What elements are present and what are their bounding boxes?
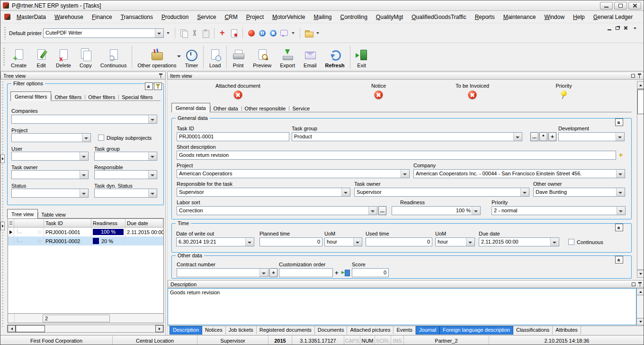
readiness-select[interactable]: 100 % — [392, 206, 481, 215]
pin-icon[interactable] — [638, 282, 642, 287]
record-icon[interactable] — [247, 28, 256, 38]
task-owner-select[interactable]: Supervisor — [354, 188, 529, 197]
description-scrollbar[interactable] — [636, 288, 644, 325]
collapse-time-button[interactable]: « — [615, 224, 623, 231]
menu-item[interactable]: MasterData — [12, 12, 50, 22]
scroll-up-button[interactable] — [637, 82, 644, 89]
task-owner-filter-select[interactable] — [11, 170, 89, 179]
close-button[interactable] — [628, 2, 641, 9]
development-select[interactable] — [558, 132, 625, 141]
filter-tab[interactable]: Other filters — [51, 93, 85, 101]
menu-item[interactable]: QualifiedGoodsTraffic — [407, 12, 470, 22]
tree-branch-icon[interactable] — [17, 238, 22, 242]
menu-item[interactable]: Production — [157, 12, 193, 22]
toolbar-button[interactable]: Export — [276, 44, 299, 70]
responsible-select[interactable]: Supervisor — [177, 188, 350, 197]
menu-item[interactable]: Warehouse — [50, 12, 88, 22]
task-id-column-header[interactable]: Task ID — [44, 219, 91, 227]
bottom-tab[interactable]: Job tickets — [226, 326, 257, 335]
labor-sort-select[interactable]: Correction — [177, 206, 377, 215]
star-icon[interactable]: ☆ — [37, 229, 42, 235]
bottom-tab[interactable]: Attached pictures — [347, 326, 394, 335]
customization-order-input[interactable] — [279, 268, 333, 277]
task-id-input[interactable]: PRJ0001-0001 — [177, 132, 289, 141]
menu-item[interactable]: Help — [569, 12, 589, 22]
bottom-tab[interactable]: Events — [394, 326, 416, 335]
item-tab[interactable]: Other data — [210, 104, 242, 112]
due-date-column-header[interactable]: Due date — [125, 219, 163, 227]
stop-icon[interactable] — [268, 28, 278, 38]
toolbar-button[interactable]: Edit — [31, 44, 52, 70]
responsible-filter-select[interactable] — [94, 170, 157, 179]
used-time-input[interactable]: 0 — [366, 237, 432, 246]
scroll-left-button[interactable] — [8, 325, 16, 332]
project-filter-select[interactable] — [11, 133, 91, 142]
tree-branch-icon[interactable] — [17, 229, 22, 233]
menu-item[interactable]: Mailing — [309, 12, 336, 22]
task-group-select[interactable]: Product — [292, 132, 522, 141]
menu-item[interactable]: QualityMgt — [372, 12, 407, 22]
goto-order-icon[interactable] — [341, 269, 350, 276]
scroll-down-button[interactable] — [637, 270, 644, 277]
date-of-write-out-select[interactable]: 6.30.2014 19:21 — [176, 237, 254, 246]
task-group-filter-select[interactable] — [94, 152, 157, 161]
toolbar-button[interactable]: Preview — [249, 44, 276, 70]
toolbar-button[interactable]: Copy — [75, 44, 96, 70]
bottom-tab[interactable]: Foreign language description — [439, 326, 513, 335]
task-dyn-status-select[interactable] — [94, 189, 157, 198]
tree-column-header[interactable] — [14, 219, 44, 227]
maximize-panel-icon[interactable] — [632, 282, 635, 286]
horizontal-scrollbar[interactable] — [7, 325, 164, 333]
menu-item[interactable]: Maintenance — [499, 12, 540, 22]
task-group-browse-button[interactable]: ... — [530, 132, 538, 141]
companies-select[interactable] — [11, 115, 157, 124]
mdi-close-icon[interactable] — [624, 26, 628, 30]
menu-item[interactable]: Service — [193, 12, 220, 22]
menu-item[interactable]: Transactions — [116, 12, 157, 22]
collapse-filter-button[interactable]: « — [145, 82, 153, 90]
toolbar-grip[interactable] — [4, 27, 6, 39]
filter-tab[interactable]: General filters — [10, 91, 51, 101]
planned-time-input[interactable]: 0 — [259, 237, 322, 246]
scrollbar-thumb[interactable] — [637, 90, 644, 114]
continuous-checkbox[interactable] — [568, 239, 574, 245]
bottom-tab[interactable]: Journal — [416, 326, 439, 335]
mdi-restore-icon[interactable] — [616, 27, 619, 30]
toolbar-button[interactable]: Continuous — [96, 44, 131, 70]
item-tab[interactable]: Service — [289, 104, 313, 112]
toolbar-button[interactable]: Other operations — [133, 44, 180, 70]
display-subprojects-checkbox[interactable] — [98, 135, 104, 141]
menu-item[interactable]: Project — [242, 12, 268, 22]
toolbar-button[interactable]: Load — [205, 44, 225, 70]
star-icon[interactable]: ☆ — [37, 238, 42, 244]
menu-item[interactable]: Window — [540, 12, 569, 22]
table-row[interactable]: ☆ PRJ0001-0001 100 % 2.11.2015 00:00 — [8, 227, 163, 236]
toolbar-button[interactable]: Exit — [351, 44, 372, 70]
dropdown-arrow[interactable] — [634, 27, 636, 29]
bottom-tab[interactable]: Attributes — [553, 326, 581, 335]
pin-icon[interactable] — [637, 73, 642, 78]
splitter-collapse-button[interactable] — [0, 222, 5, 230]
other-owner-select[interactable]: Dave Bunting — [533, 188, 625, 197]
collapse-general-data-button[interactable]: « — [615, 118, 623, 126]
scroll-right-button[interactable] — [155, 325, 163, 332]
comment-icon[interactable] — [279, 28, 289, 38]
dropdown-arrow[interactable] — [292, 32, 295, 34]
mdi-minimize-icon[interactable] — [608, 29, 611, 30]
folder-icon[interactable] — [304, 28, 313, 38]
menu-item[interactable]: Reports — [471, 12, 499, 22]
toolbar-grip[interactable] — [3, 48, 5, 67]
scroll-up-button[interactable] — [637, 289, 644, 295]
cut-icon[interactable] — [190, 28, 199, 38]
item-tab[interactable]: Other responsible — [242, 104, 289, 112]
uom-select[interactable]: hour — [435, 237, 475, 246]
toolbar-button[interactable]: Timer — [180, 44, 202, 70]
menu-item[interactable]: Controlling — [336, 12, 371, 22]
table-row-selected[interactable]: ☆ PRJ0001-0002 20 % — [8, 236, 163, 245]
toolbar-button[interactable]: Create — [7, 44, 31, 70]
customization-add-button[interactable]: + — [335, 269, 339, 277]
toolbar-button[interactable]: Print — [228, 44, 249, 70]
short-description-input[interactable]: Goods return revision — [177, 151, 616, 160]
row-menu-header[interactable] — [8, 219, 14, 227]
minimize-button[interactable] — [600, 2, 613, 9]
